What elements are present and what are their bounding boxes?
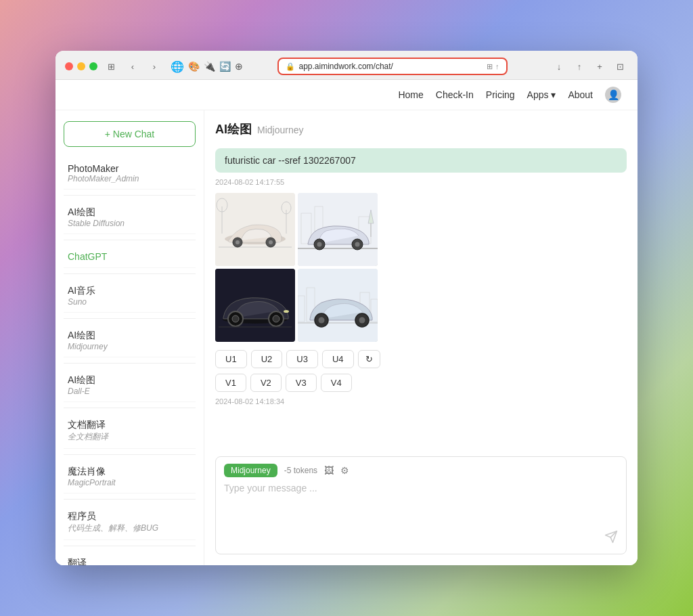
svg-point-19: [355, 242, 360, 247]
svg-point-4: [236, 240, 240, 244]
token-count: -5 tokens: [284, 466, 317, 475]
sidebar-divider-9: [64, 546, 196, 546]
sidebar-item-translate[interactable]: 翻译: [64, 552, 196, 565]
svg-point-6: [269, 240, 273, 244]
car-image-3[interactable]: [215, 269, 295, 342]
sidebar-item-ai-drawing-2[interactable]: AI绘图 Midjourney: [64, 324, 196, 357]
maximize-traffic-light[interactable]: [89, 62, 97, 70]
sidebar-divider-3: [64, 273, 196, 274]
u2-button[interactable]: U2: [251, 350, 283, 368]
extensions-btn[interactable]: ⊡: [612, 58, 628, 74]
new-chat-button[interactable]: + New Chat: [64, 121, 196, 147]
nav-bar: Home Check-In Pricing Apps ▾ About 👤: [55, 80, 638, 110]
sidebar-divider-4: [64, 318, 196, 319]
svg-point-38: [359, 317, 365, 324]
v3-button[interactable]: V3: [286, 374, 317, 392]
image-upload-icon[interactable]: 🖼: [324, 465, 334, 476]
svg-point-27: [284, 310, 289, 313]
sidebar-item-ai-music[interactable]: AI音乐 Suno: [64, 280, 196, 313]
sidebar-divider-8: [64, 499, 196, 500]
sidebar-item-photomaker[interactable]: PhotoMaker PhotoMaker_Admin: [64, 158, 196, 190]
send-row: [224, 530, 618, 547]
user-message: futuristic car --sref 1302267007: [215, 148, 627, 173]
downloads-btn[interactable]: ↓: [551, 58, 567, 74]
sidebar-item-ai-drawing-3[interactable]: AI绘图 Dall-E: [64, 369, 196, 402]
input-area: Midjourney -5 tokens 🖼 ⚙: [215, 456, 627, 554]
ext-icon1: 🎨: [188, 61, 200, 72]
svg-point-26: [273, 315, 280, 322]
sidebar-item-programmer[interactable]: 程序员 代码生成、解释、修BUG: [64, 505, 196, 540]
browser-window: ⊞ ‹ › 🌐 🎨 🔌 🔄 ⊕ 🔒 app.aimindwork.com/cha…: [55, 51, 638, 565]
forward-btn[interactable]: ›: [146, 58, 162, 74]
chat-messages: futuristic car --sref 1302267007 2024-08…: [215, 148, 627, 451]
send-button[interactable]: [604, 530, 618, 547]
settings-icon[interactable]: ⚙: [340, 465, 349, 476]
sidebar: + New Chat PhotoMaker PhotoMaker_Admin A…: [55, 110, 204, 565]
refresh-button[interactable]: ↻: [358, 350, 380, 368]
sidebar-item-magic-portrait[interactable]: 魔法肖像 MagicPortrait: [64, 460, 196, 493]
message-input[interactable]: [224, 483, 618, 523]
nav-about[interactable]: About: [568, 89, 593, 100]
action-buttons-row1: U1 U2 U3 U4 ↻: [215, 350, 627, 368]
browser-chrome: ⊞ ‹ › 🌐 🎨 🔌 🔄 ⊕ 🔒 app.aimindwork.com/cha…: [55, 51, 638, 80]
u1-button[interactable]: U1: [215, 350, 247, 368]
user-avatar[interactable]: 👤: [605, 87, 621, 103]
v2-button[interactable]: V2: [250, 374, 282, 392]
reader-icon[interactable]: ⊞: [487, 62, 493, 71]
action-buttons-row2: V1 V2 V3 V4: [215, 374, 627, 392]
chat-area: AI绘图 Midjourney futuristic car --sref 13…: [204, 110, 638, 565]
address-bar[interactable]: 🔒 app.aimindwork.com/chat/ ⊞ ↑: [277, 58, 508, 75]
sidebar-divider-6: [64, 408, 196, 408]
traffic-lights: [65, 62, 97, 70]
svg-point-24: [232, 315, 239, 322]
sidebar-item-ai-drawing-1[interactable]: AI绘图 Stable Diffusion: [64, 201, 196, 234]
share-icon[interactable]: ↑: [495, 62, 499, 71]
chat-subtitle: Midjourney: [257, 125, 303, 135]
chrome-icon: 🌐: [171, 60, 184, 73]
new-tab-btn[interactable]: +: [591, 58, 608, 74]
model-badge[interactable]: Midjourney: [224, 464, 277, 477]
page-content: Home Check-In Pricing Apps ▾ About 👤 + N…: [55, 80, 638, 565]
sidebar-toggle-btn[interactable]: ⊞: [103, 58, 119, 74]
car-image-2[interactable]: [298, 193, 378, 266]
nav-checkin[interactable]: Check-In: [436, 89, 474, 100]
lock-icon: 🔒: [286, 62, 295, 71]
browser-titlebar: ⊞ ‹ › 🌐 🎨 🔌 🔄 ⊕ 🔒 app.aimindwork.com/cha…: [55, 51, 638, 79]
chat-header: AI绘图 Midjourney: [215, 121, 627, 137]
url-text: app.aimindwork.com/chat/: [299, 62, 393, 71]
u3-button[interactable]: U3: [286, 350, 318, 368]
ext-icon4: ⊕: [235, 61, 243, 72]
ext-icon2: 🔌: [204, 61, 215, 72]
input-toolbar: Midjourney -5 tokens 🖼 ⚙: [224, 464, 618, 477]
sidebar-divider-5: [64, 363, 196, 364]
sidebar-divider-2: [64, 240, 196, 240]
sidebar-divider-7: [64, 454, 196, 455]
nav-home[interactable]: Home: [398, 89, 423, 100]
nav-pricing[interactable]: Pricing: [486, 89, 515, 100]
ext-icon3: 🔄: [219, 61, 231, 72]
sidebar-divider-1: [64, 195, 196, 196]
sidebar-item-chatgpt[interactable]: ChatGPT: [64, 246, 196, 268]
back-btn[interactable]: ‹: [125, 58, 141, 74]
generated-images: [215, 193, 378, 342]
main-layout: + New Chat PhotoMaker PhotoMaker_Admin A…: [55, 110, 638, 565]
nav-apps[interactable]: Apps ▾: [527, 89, 556, 100]
v4-button[interactable]: V4: [321, 374, 352, 392]
timestamp-1: 2024-08-02 14:17:55: [215, 178, 627, 186]
u4-button[interactable]: U4: [322, 350, 354, 368]
share-btn[interactable]: ↑: [571, 58, 587, 74]
car-image-1[interactable]: [215, 193, 295, 266]
svg-point-36: [319, 317, 325, 324]
sidebar-item-doc-translate[interactable]: 文档翻译 全文档翻译: [64, 414, 196, 449]
browser-action-icons: ↓ ↑ + ⊡: [551, 58, 628, 74]
minimize-traffic-light[interactable]: [77, 62, 85, 70]
car-image-4[interactable]: [298, 269, 378, 342]
close-traffic-light[interactable]: [65, 62, 73, 70]
v1-button[interactable]: V1: [215, 374, 246, 392]
chat-title: AI绘图: [215, 121, 252, 137]
timestamp-2: 2024-08-02 14:18:34: [215, 397, 627, 405]
svg-point-17: [317, 242, 322, 247]
